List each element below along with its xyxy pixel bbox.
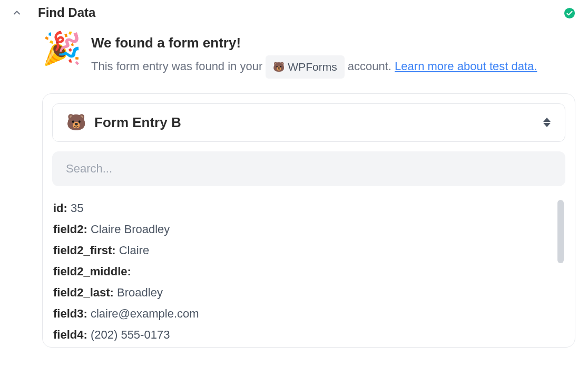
field-value: 35 [71,201,83,215]
bear-icon: 🐻 [66,114,86,130]
found-section: 🎉 We found a form entry! This form entry… [42,35,575,79]
check-circle-icon [564,7,575,19]
field-value: claire@example.com [91,307,199,320]
field-row: field4: (202) 555-0173 [53,324,565,341]
subtitle-prefix: This form entry was found in your [91,60,266,73]
form-entry-select[interactable]: 🐻 Form Entry B [52,103,565,142]
party-popper-icon: 🎉 [42,33,82,64]
field-row: id: 35 [53,198,565,219]
field-value: Claire Broadley [91,223,170,236]
svg-marker-2 [543,123,551,127]
found-subtitle: This form entry was found in your 🐻 WPFo… [91,55,575,79]
field-value: Claire [119,244,149,257]
field-key: field2: [53,223,87,236]
subtitle-mid: account. [348,60,395,73]
field-key: field4: [53,328,87,341]
integration-pill: 🐻 WPForms [266,55,344,79]
collapse-toggle[interactable] [11,6,23,19]
form-select-label: Form Entry B [94,114,534,131]
field-value: (202) 555-0173 [91,328,170,341]
search-input[interactable] [52,151,565,186]
bear-icon: 🐻 [273,59,285,75]
content: 🎉 We found a form entry! This form entry… [0,35,588,348]
fields-list: id: 35 field2: Claire Broadley field2_fi… [52,198,565,341]
header: Find Data [0,0,588,25]
found-text: We found a form entry! This form entry w… [91,35,575,79]
found-title: We found a form entry! [91,35,575,51]
field-key: field2_first: [53,244,116,257]
chevron-up-icon [12,7,22,18]
field-row: field2: Claire Broadley [53,219,565,240]
field-row: field2_middle: [53,261,565,282]
status-success [564,7,575,21]
learn-more-link[interactable]: Learn more about test data. [395,60,537,73]
pill-label: WPForms [288,57,337,76]
results-card: 🐻 Form Entry B id: 35 field2: Claire Bro… [42,93,575,348]
field-row: field3: claire@example.com [53,303,565,324]
sort-icon [543,117,551,128]
field-value: Broadley [117,286,163,299]
field-key: id: [53,201,67,215]
svg-marker-1 [543,118,551,122]
section-title: Find Data [38,5,95,20]
field-key: field2_last: [53,286,114,299]
field-row: field2_last: Broadley [53,282,565,303]
field-key: field2_middle: [53,265,131,278]
field-row: field2_first: Claire [53,240,565,261]
scrollbar-thumb[interactable] [557,200,564,263]
field-key: field3: [53,307,87,320]
